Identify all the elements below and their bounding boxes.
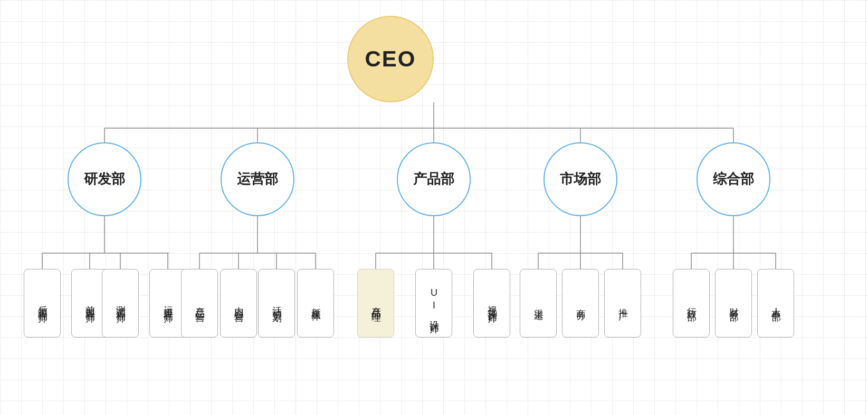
leaf-promo: 推广 [604,269,641,337]
leaf-admin: 行政部 [673,269,710,337]
dept-general-label: 综合部 [713,170,754,188]
dept-product: 产品部 [397,142,471,216]
ceo-label: CEO [365,46,416,72]
leaf-visual: 视觉设计师 [473,269,510,337]
dept-product-label: 产品部 [413,170,454,188]
leaf-new-media: 新媒体 [297,269,334,337]
leaf-new-media-label: 新媒体 [309,300,322,306]
dept-general: 综合部 [697,142,770,216]
leaf-ui: UI设计师 [415,269,452,337]
leaf-finance: 财务部 [715,269,752,337]
leaf-channel: 渠道 [520,269,557,337]
leaf-product-ops-label: 产品运营 [193,299,206,307]
leaf-channel-label: 渠道 [531,301,545,305]
ceo-node: CEO [347,16,434,102]
leaf-hr: 人事部 [757,269,794,337]
dept-market: 市场部 [543,142,617,216]
leaf-pm-label: 产品经理 [369,299,382,307]
leaf-qa: 测试工程师 [102,269,139,337]
leaf-backend: 后端工程师 [24,269,61,337]
leaf-frontend-label: 前端工程师 [83,298,96,308]
leaf-biz: 商务 [562,269,599,337]
leaf-event-plan-label: 活动策划 [270,299,283,307]
org-chart-canvas: CEO 研发部 运营部 产品部 市场部 综合部 后端工程师 前端工程师 测试工程… [0,0,868,415]
leaf-ui-label: UI设计师 [427,287,440,319]
leaf-pm: 产品经理 [357,269,394,337]
leaf-finance-label: 财务部 [727,300,740,306]
leaf-admin-label: 行政部 [684,300,698,306]
leaf-devops-label: 运维工程师 [161,298,174,308]
leaf-content-ops: 内容运营 [220,269,257,337]
leaf-product-ops: 产品运营 [181,269,218,337]
leaf-content-ops-label: 内容运营 [232,299,245,307]
leaf-event-plan: 活动策划 [258,269,295,337]
leaf-hr-label: 人事部 [769,300,782,306]
dept-ops-label: 运营部 [237,170,278,188]
dept-rd-label: 研发部 [84,170,125,188]
leaf-qa-label: 测试工程师 [113,298,127,308]
dept-market-label: 市场部 [560,170,601,188]
dept-rd: 研发部 [68,142,141,216]
leaf-biz-label: 商务 [574,301,587,305]
leaf-promo-label: 推广 [616,301,629,305]
dept-ops: 运营部 [221,142,294,216]
leaf-visual-label: 视觉设计师 [485,298,498,308]
leaf-backend-label: 后端工程师 [35,298,49,308]
